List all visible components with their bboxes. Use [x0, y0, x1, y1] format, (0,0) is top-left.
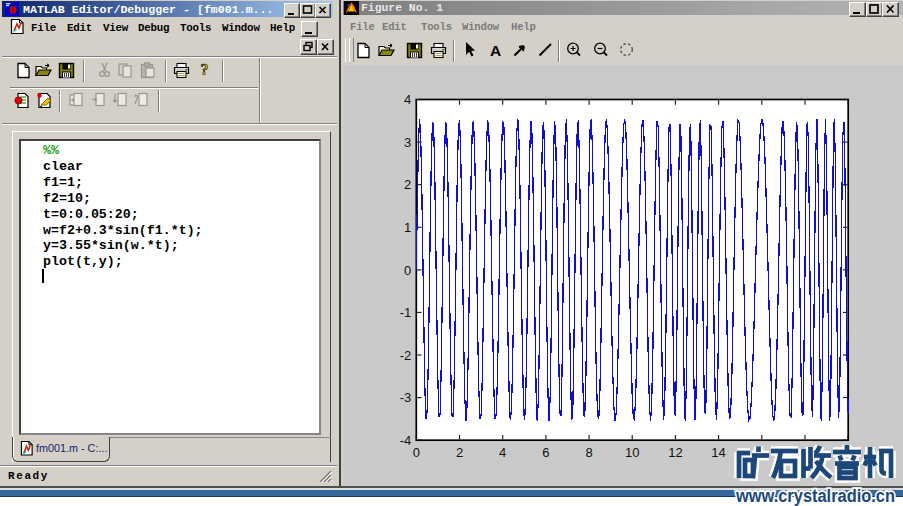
- svg-text:3: 3: [404, 135, 411, 150]
- svg-text:8: 8: [585, 445, 592, 460]
- svg-text:2: 2: [404, 177, 411, 192]
- svg-text:6: 6: [542, 445, 549, 460]
- svg-text:4: 4: [499, 445, 506, 460]
- svg-text:-1: -1: [400, 305, 412, 320]
- svg-text:14: 14: [711, 445, 725, 460]
- svg-text:www.crystalradio.cn: www.crystalradio.cn: [735, 486, 895, 506]
- svg-text:1: 1: [404, 220, 411, 235]
- svg-text:2: 2: [456, 445, 463, 460]
- svg-text:0: 0: [413, 445, 420, 460]
- svg-text:10: 10: [625, 445, 639, 460]
- svg-text:0: 0: [404, 263, 411, 278]
- svg-text:12: 12: [668, 445, 682, 460]
- svg-text:-2: -2: [400, 348, 412, 363]
- svg-text:-4: -4: [400, 433, 412, 448]
- svg-text:4: 4: [404, 92, 411, 107]
- svg-text:-3: -3: [400, 390, 412, 405]
- svg-text:?: ?: [201, 61, 209, 78]
